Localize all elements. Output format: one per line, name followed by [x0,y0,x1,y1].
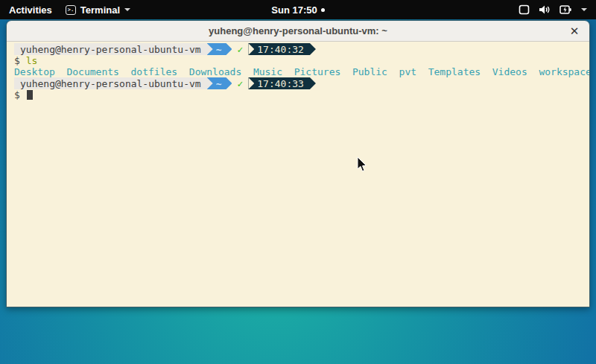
powerline-arrow-icon [207,77,213,89]
prompt-line: yuheng@henry-personal-ubuntu-vm ~ ✓ 17:4… [14,77,589,89]
system-tray[interactable] [519,4,596,15]
terminal-window: yuheng@henry-personal-ubuntu-vm: ~ ✕ yuh… [6,20,590,307]
prompt-user-segment: yuheng@henry-personal-ubuntu-vm [14,77,207,89]
prompt-line: yuheng@henry-personal-ubuntu-vm ~ ✓ 17:4… [14,43,589,55]
input-line[interactable]: $ [14,89,589,100]
close-button[interactable]: ✕ [567,24,582,39]
battery-charging-icon [559,4,572,15]
window-titlebar[interactable]: yuheng@henry-personal-ubuntu-vm: ~ ✕ [7,21,589,42]
display-icon [519,4,530,15]
ls-output-line: Desktop Documents dotfiles Downloads Mus… [14,66,589,77]
prompt-user-segment: yuheng@henry-personal-ubuntu-vm [14,43,207,55]
prompt-path-segment: ~ [207,43,232,55]
app-menu[interactable]: >. Terminal [66,4,130,16]
powerline-arrow-icon [248,43,254,55]
prompt-path-segment: ~ [207,77,232,89]
typed-command: ls [26,55,38,66]
prompt-symbol: $ [14,55,20,66]
prompt-time-segment: 17:40:33 [248,77,316,89]
prompt-symbol: $ [14,89,20,100]
status-check-icon: ✓ [232,43,248,55]
command-line: $ ls [14,55,589,66]
notification-dot-icon [321,8,325,12]
text-cursor [27,90,33,100]
powerline-arrow-icon [207,43,213,55]
terminal-screen[interactable]: yuheng@henry-personal-ubuntu-vm ~ ✓ 17:4… [7,42,589,307]
terminal-app-icon: >. [66,5,76,15]
top-bar: Activities >. Terminal Sun 17:50 [0,0,596,19]
window-title: yuheng@henry-personal-ubuntu-vm: ~ [7,25,589,36]
app-menu-label: Terminal [80,4,120,16]
chevron-down-icon [581,8,587,11]
activities-button[interactable]: Activities [9,4,52,16]
volume-icon [539,4,551,15]
prompt-time-segment: 17:40:32 [248,43,316,55]
clock-button[interactable]: Sun 17:50 [271,4,317,16]
prompt-time-label: 17:40:33 [257,78,304,89]
chevron-down-icon [124,8,130,11]
prompt-path-label: ~ [216,44,222,55]
status-check-icon: ✓ [232,77,248,89]
prompt-time-label: 17:40:32 [257,44,304,55]
powerline-arrow-icon [248,77,254,89]
prompt-path-label: ~ [216,78,222,89]
